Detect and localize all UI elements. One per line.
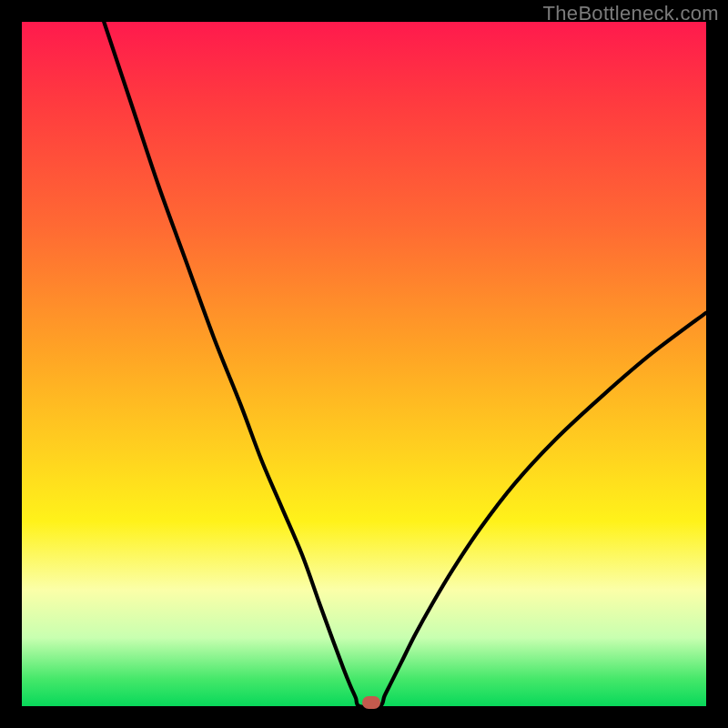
plot-area <box>22 22 706 706</box>
chart-frame: TheBottleneck.com <box>0 0 728 728</box>
watermark-text: TheBottleneck.com <box>543 2 719 25</box>
bottleneck-curve <box>22 22 706 706</box>
optimum-marker <box>362 696 380 709</box>
